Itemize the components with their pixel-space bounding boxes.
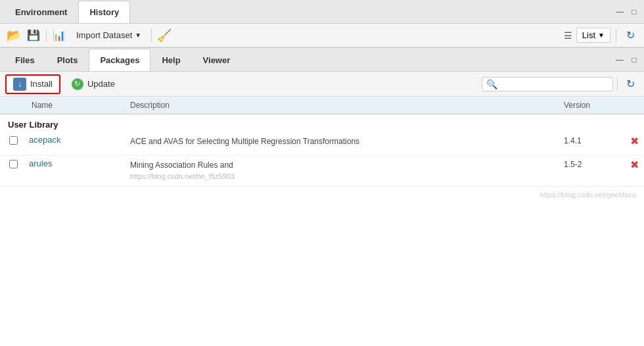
import-table-icon: 📊 [53,29,66,41]
main-container: Environment History — □ 📂 💾 📊 [0,0,644,346]
watermark: https://blog.csdn.net/geekfocu [0,187,644,203]
row-delete-arules[interactable]: ✖ [624,159,644,171]
bottom-tab-bar: Files Plots Packages Help Viewer — □ [0,48,644,72]
row-desc-acepack: ACE and AVAS for Selecting Multiple Regr… [125,135,559,149]
save-icon: 💾 [27,29,40,41]
row-delete-acepack[interactable]: ✖ [624,135,644,147]
top-maximize-icon[interactable]: □ [628,7,640,17]
toolbar-divider-2 [151,29,152,42]
row-version-acepack: 1.4.1 [559,135,624,147]
top-window-controls: — □ [614,7,640,17]
list-label: List [582,30,595,40]
list-dropdown-icon: ▼ [598,32,605,39]
list-button[interactable]: List ▼ [576,28,610,43]
import-dataset-label: Import Dataset [76,30,132,40]
search-divider [617,77,618,91]
top-refresh-button[interactable]: ↻ [622,28,639,43]
toolbar-divider-1 [46,29,47,42]
bottom-maximize-icon[interactable]: □ [628,55,640,65]
packages-refresh-button[interactable]: ↻ [622,76,639,92]
import-dropdown-arrow-icon: ▼ [135,32,141,39]
delete-icon-arules[interactable]: ✖ [630,159,639,171]
col-header-version: Version [559,99,624,111]
top-tabs: Environment History [4,1,130,23]
update-package-icon: ↻ [72,78,83,90]
install-package-icon: ↓ [13,78,26,91]
checkbox-acepack[interactable] [9,136,18,145]
tab-viewer[interactable]: Viewer [192,49,242,71]
delete-icon-acepack[interactable]: ✖ [630,135,639,147]
bottom-tabs: Files Plots Packages Help Viewer [4,49,241,71]
tab-plots[interactable]: Plots [46,49,89,71]
top-tab-bar: Environment History — □ [0,0,644,24]
table-row: acepack ACE and AVAS for Selecting Multi… [0,132,644,156]
user-library-header: User Library [0,114,644,132]
search-icon: 🔍 [486,79,497,89]
broom-button[interactable]: 🧹 [156,28,173,43]
refresh-icon: ↻ [626,29,635,41]
col-header-checkbox [0,99,26,111]
packages-toolbar: ↓ Install ↻ Update 🔍 ↻ [0,72,644,97]
row-name-acepack[interactable]: acepack [26,135,125,145]
table-row: arules Mining Association Rules and http… [0,156,644,187]
top-toolbar-right: ☰ List ▼ ↻ [564,28,639,43]
bottom-window-controls: — □ [614,55,640,65]
col-header-description: Description [125,99,559,111]
import-table-icon-btn[interactable]: 📊 [51,28,68,43]
broom-icon: 🧹 [157,28,172,43]
update-button[interactable]: ↻ Update [64,76,122,93]
open-folder-button[interactable]: 📂 [5,28,22,43]
package-search-box[interactable]: 🔍 [482,77,613,91]
row-name-arules[interactable]: arules [26,159,125,168]
bottom-panel: Files Plots Packages Help Viewer — □ [0,48,644,346]
install-button[interactable]: ↓ Install [5,74,60,94]
update-label: Update [87,79,115,89]
top-minimize-icon[interactable]: — [614,7,626,17]
tab-files[interactable]: Files [4,49,46,71]
list-menu-icon: ☰ [564,30,572,41]
tab-environment[interactable]: Environment [4,1,78,23]
row-checkbox-arules[interactable] [0,159,26,168]
tab-help[interactable]: Help [150,49,191,71]
col-header-actions [624,99,644,111]
import-dataset-button[interactable]: Import Dataset ▼ [70,28,147,43]
top-panel: Environment History — □ 📂 💾 📊 [0,0,644,48]
row-version-arules: 1.5-2 [559,159,624,170]
packages-table-header: Name Description Version [0,97,644,114]
top-toolbar: 📂 💾 📊 Import Dataset ▼ 🧹 ☰ List ▼ [0,24,644,47]
packages-refresh-icon: ↻ [626,78,635,90]
row-desc-arules: Mining Association Rules and https://blo… [125,159,559,184]
save-button[interactable]: 💾 [25,28,42,43]
row-checkbox-acepack[interactable] [0,135,26,145]
packages-table-content: User Library acepack ACE and AVAS for Se… [0,114,644,346]
install-label: Install [30,79,53,89]
row-desc-arules-cont: https://blog.csdn.net/hn_f5z5903 [130,172,235,180]
bottom-minimize-icon[interactable]: — [614,55,626,65]
checkbox-arules[interactable] [9,160,18,168]
package-search-input[interactable] [500,79,609,89]
col-header-name: Name [26,99,125,111]
toolbar-divider-3 [616,29,616,42]
tab-history[interactable]: History [78,1,130,23]
folder-icon: 📂 [7,28,21,43]
tab-packages[interactable]: Packages [89,49,150,71]
